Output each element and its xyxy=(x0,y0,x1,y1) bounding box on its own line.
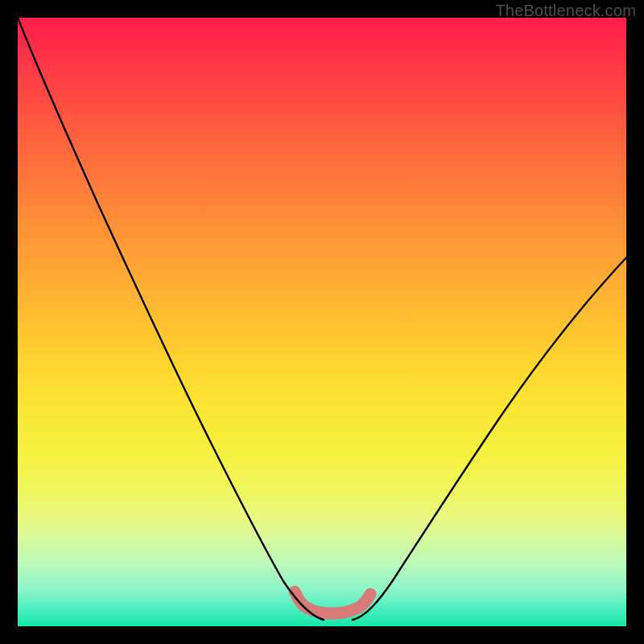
plot-area xyxy=(18,18,626,626)
right-curve-path xyxy=(353,258,626,620)
left-curve-path xyxy=(18,18,324,620)
attribution-text: TheBottleneck.com xyxy=(495,2,636,20)
outer-frame: TheBottleneck.com xyxy=(0,0,644,644)
curve-layer xyxy=(18,18,626,626)
